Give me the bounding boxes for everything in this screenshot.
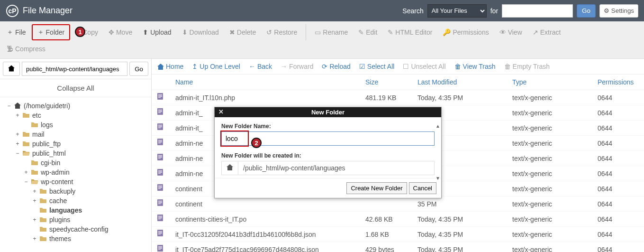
expand-icon[interactable]: + (14, 140, 21, 147)
permissions-button[interactable]: 🔑Permissions (438, 24, 493, 40)
collapse-icon[interactable]: − (6, 103, 12, 109)
file-icon (157, 199, 164, 207)
path-go-button[interactable]: Go (129, 62, 148, 76)
tree-node[interactable]: logs (6, 120, 149, 130)
path-input[interactable] (22, 62, 127, 76)
extract-button[interactable]: ↗Extract (528, 24, 566, 40)
tree-node[interactable]: speedycache-config (6, 224, 149, 234)
tree-node-label: wp-admin (41, 168, 70, 176)
expand-icon[interactable]: − (14, 150, 21, 157)
tree-node[interactable]: −wp-content (6, 177, 149, 187)
forward-link[interactable]: →Forward (281, 63, 313, 70)
tree-node[interactable]: +etc (6, 111, 149, 120)
search-input[interactable] (502, 4, 573, 18)
tree-node[interactable]: +cache (6, 196, 149, 205)
expand-icon[interactable]: + (14, 131, 21, 138)
back-link[interactable]: ←Back (249, 63, 272, 70)
collapse-all-button[interactable]: Collapse All (0, 79, 151, 97)
expand-icon[interactable]: + (31, 235, 38, 242)
tree-node[interactable]: +backuply (6, 187, 149, 196)
download-button[interactable]: ⬇Download (177, 24, 224, 40)
view-trash-link[interactable]: 🗑View Trash (454, 63, 496, 70)
expand-icon[interactable]: + (23, 169, 29, 176)
cell-modified: Today, 4:35 PM (412, 90, 507, 105)
expand-icon[interactable]: + (31, 216, 38, 223)
path-row: Go (0, 59, 151, 79)
reload-link[interactable]: ⟳Reload (322, 63, 350, 70)
move-button[interactable]: ✥Move (104, 24, 137, 40)
annotation-badge-2: 2 (251, 138, 262, 148)
tree-root[interactable]: − (/home/guidetri) (6, 101, 149, 111)
view-button[interactable]: 👁View (495, 24, 527, 40)
tree-node[interactable]: +public_ftp (6, 139, 149, 149)
close-icon[interactable]: ✕ (218, 108, 224, 115)
new-folder-path-display: /public_html/wp-content/languages (221, 161, 435, 175)
tree-node[interactable]: +themes (6, 234, 149, 243)
col-modified[interactable]: Last Modified (412, 75, 507, 90)
tree-node[interactable]: cgi-bin (6, 158, 149, 168)
cell-size: 42.68 KB (360, 212, 412, 227)
file-icon (157, 154, 164, 161)
tree-node-label: cache (49, 197, 67, 205)
cancel-button[interactable]: Cancel (409, 182, 436, 194)
html-editor-button[interactable]: ✎HTML Editor (383, 24, 437, 40)
table-row[interactable]: admin-it_IT.l10n.php481.19 KBToday, 4:35… (152, 90, 644, 105)
cell-type: text/x-generic (507, 242, 592, 252)
expand-icon[interactable]: + (31, 188, 38, 195)
cell-size: 481.19 KB (360, 90, 412, 105)
folder-button[interactable]: ＋Folder (32, 24, 71, 40)
empty-trash-link[interactable]: 🗑Empty Trash (504, 63, 550, 70)
tree-node[interactable]: +plugins (6, 215, 149, 224)
rename-button[interactable]: ▭Rename (310, 24, 353, 40)
table-row[interactable]: continent35 PMtext/x-generic0644 (152, 196, 644, 212)
upload-button[interactable]: ⬆Upload (138, 24, 176, 40)
cell-size: 1.68 KB (360, 227, 412, 242)
file-button[interactable]: ＋File (2, 24, 31, 40)
unselect-all-link[interactable]: ☐Unselect All (403, 63, 445, 70)
folder-icon (40, 197, 47, 204)
search-go-button[interactable]: Go (577, 4, 596, 18)
key-icon: 🔑 (443, 28, 451, 36)
tree-node[interactable]: languages (6, 205, 149, 215)
path-home-button[interactable] (3, 62, 20, 76)
col-name[interactable]: Name (170, 75, 360, 90)
create-folder-button[interactable]: Create New Folder (346, 182, 407, 194)
scroll-down-icon[interactable]: ▼ (435, 176, 440, 181)
delete-button[interactable]: ✖Delete (225, 24, 261, 40)
col-size[interactable]: Size (360, 75, 412, 90)
tree-node[interactable]: −public_html (6, 149, 149, 158)
for-label: for (490, 7, 498, 15)
reload-icon: ⟳ (322, 63, 327, 70)
cell-perms: 0644 (592, 121, 644, 136)
svg-text:cP: cP (8, 7, 16, 15)
col-type[interactable]: Type (507, 75, 592, 90)
cell-name: it_IT-0cc31205f20441b3df1d1b46100f6b8d.j… (170, 227, 360, 242)
select-all-link[interactable]: ☑Select All (359, 63, 395, 70)
up-one-level-link[interactable]: ↥Up One Level (192, 63, 240, 70)
col-perms[interactable]: Permissions (592, 75, 644, 90)
eye-icon: 👁 (499, 28, 506, 36)
action-bar: Home ↥Up One Level ←Back →Forward ⟳Reloa… (152, 59, 644, 75)
cell-perms: 0644 (592, 227, 644, 242)
home-link[interactable]: Home (157, 63, 183, 70)
plus-icon: ＋ (37, 28, 44, 37)
tree-node-label: cgi-bin (41, 159, 60, 167)
table-row[interactable]: it_IT-0ce75ad2f775d1cac9696967d484808c.j… (152, 242, 644, 252)
compress-button[interactable]: 🗜Compress (2, 42, 50, 56)
cell-type: text/x-generic (507, 227, 592, 242)
settings-button[interactable]: ⚙ Settings (599, 4, 638, 18)
tree-node[interactable]: +mail (6, 130, 149, 139)
file-icon (157, 230, 164, 237)
tree-root-label: (/home/guidetri) (24, 102, 70, 110)
tree-node[interactable]: +wp-admin (6, 168, 149, 177)
search-scope-select[interactable]: All Your Files (427, 4, 487, 18)
file-icon (157, 169, 164, 177)
expand-icon[interactable]: + (31, 197, 38, 204)
edit-button[interactable]: ✎Edit (354, 24, 382, 40)
table-row[interactable]: continents-cities-it_IT.po42.68 KBToday,… (152, 212, 644, 227)
expand-icon[interactable]: − (23, 178, 29, 185)
expand-icon[interactable]: + (14, 112, 21, 119)
restore-button[interactable]: ↺Restore (262, 24, 302, 40)
cell-type: text/x-generic (507, 90, 592, 105)
table-row[interactable]: it_IT-0cc31205f20441b3df1d1b46100f6b8d.j… (152, 227, 644, 242)
